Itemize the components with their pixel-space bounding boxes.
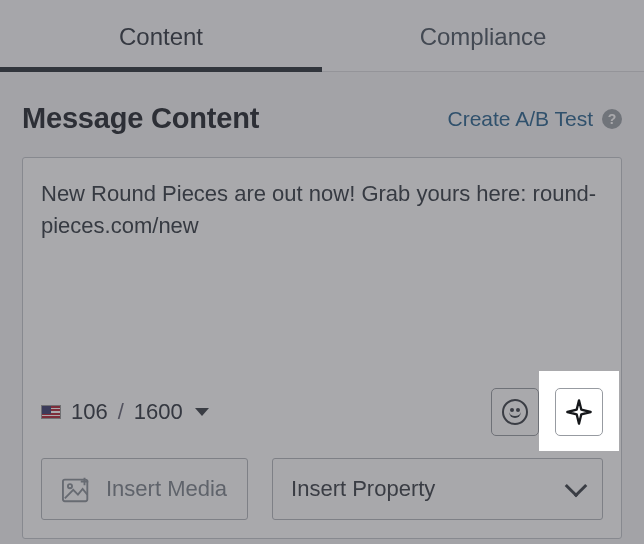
us-flag-icon bbox=[41, 405, 61, 419]
chevron-down-icon bbox=[195, 408, 209, 416]
char-count: 106 bbox=[71, 399, 108, 425]
chevron-down-icon bbox=[565, 475, 588, 498]
insert-media-label: Insert Media bbox=[106, 476, 227, 502]
page-title: Message Content bbox=[22, 102, 259, 135]
smiley-icon bbox=[502, 399, 528, 425]
tab-compliance[interactable]: Compliance bbox=[322, 23, 644, 71]
tab-bar: Content Compliance bbox=[0, 0, 644, 72]
insert-property-label: Insert Property bbox=[291, 476, 435, 502]
message-editor-box: New Round Pieces are out now! Grab yours… bbox=[22, 157, 622, 539]
sparkle-icon bbox=[565, 398, 593, 426]
insert-property-select[interactable]: Insert Property bbox=[272, 458, 603, 520]
emoji-button[interactable] bbox=[491, 388, 539, 436]
ai-sparkle-button[interactable] bbox=[555, 388, 603, 436]
help-icon[interactable]: ? bbox=[602, 109, 622, 129]
char-count-separator: / bbox=[118, 399, 124, 425]
insert-media-button[interactable]: Insert Media bbox=[41, 458, 248, 520]
message-input[interactable]: New Round Pieces are out now! Grab yours… bbox=[41, 178, 603, 378]
char-counter[interactable]: 106 / 1600 bbox=[41, 399, 209, 425]
image-plus-icon bbox=[62, 475, 92, 503]
tab-content[interactable]: Content bbox=[0, 23, 322, 71]
char-limit: 1600 bbox=[134, 399, 183, 425]
create-ab-test-link[interactable]: Create A/B Test ? bbox=[447, 107, 622, 131]
create-ab-test-label: Create A/B Test bbox=[447, 107, 593, 131]
svg-point-1 bbox=[68, 484, 72, 488]
